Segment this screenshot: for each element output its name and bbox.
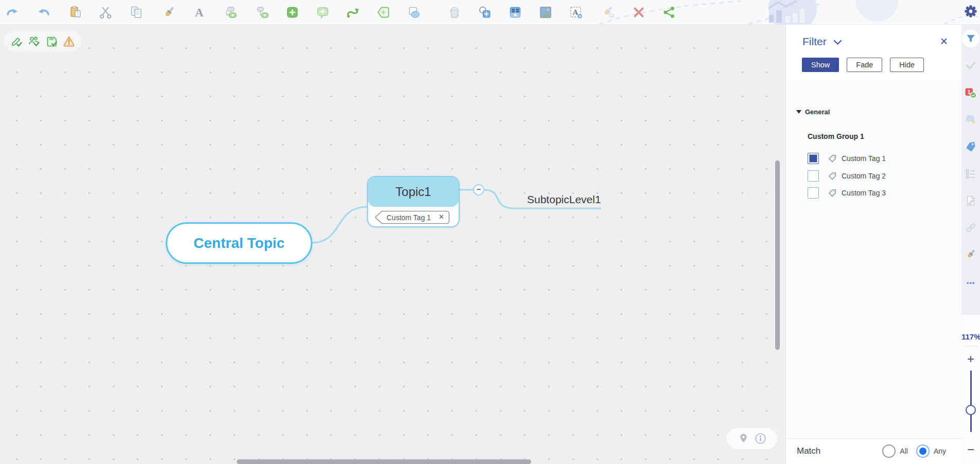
cut-icon[interactable]	[98, 5, 114, 20]
tag-label: Custom Tag 1	[842, 154, 886, 163]
note-edit-icon[interactable]	[965, 194, 977, 207]
add-summary-icon[interactable]	[406, 5, 422, 20]
tag-chip-label: Custom Tag 1	[387, 213, 431, 222]
redo-icon[interactable]	[36, 5, 51, 20]
info-icon[interactable]	[754, 432, 767, 445]
radio-any-label[interactable]: Any	[934, 447, 946, 455]
custom-group-title: Custom Group 1	[808, 132, 864, 140]
right-sidebar: 1 •••	[961, 25, 980, 315]
tag-label: Custom Tag 3	[842, 189, 886, 197]
checkbox-custom-tag-1[interactable]	[808, 153, 819, 164]
add-text-icon[interactable]: A	[568, 5, 584, 20]
canvas-corner-controls	[727, 428, 777, 449]
match-options: All Any	[882, 444, 950, 458]
fade-button[interactable]: Fade	[847, 58, 882, 72]
share-icon[interactable]	[661, 5, 677, 20]
divider	[964, 346, 977, 346]
vertical-scrollbar[interactable]	[775, 160, 780, 350]
mindmap-canvas[interactable]: Central Topic Topic1 Custom Tag 1 ✕ − Su…	[0, 25, 785, 464]
topic1-label[interactable]: Topic1	[368, 177, 459, 207]
add-image-icon[interactable]	[538, 5, 553, 20]
add-topic-icon[interactable]	[224, 5, 239, 20]
collapse-branch-button[interactable]: −	[473, 184, 484, 195]
zoom-slider-track[interactable]	[970, 370, 972, 432]
format-painter-icon[interactable]	[161, 5, 177, 20]
add-callout-icon[interactable]	[315, 5, 330, 20]
warning-icon[interactable]	[63, 35, 75, 47]
filter-panel-header	[786, 25, 961, 81]
tag-icon	[828, 189, 837, 198]
file-saved-icon	[45, 35, 58, 47]
add-topic-quick-icon[interactable]	[285, 5, 300, 20]
filter-panel-title[interactable]: Filter	[802, 35, 827, 48]
edit-saved-icon	[10, 35, 23, 47]
settings-gear-icon[interactable]	[964, 4, 978, 19]
radio-all-label[interactable]: All	[900, 447, 908, 455]
zoom-control: 117% + −	[961, 315, 980, 464]
comment-star-icon[interactable]	[965, 113, 977, 126]
add-matrix-icon[interactable]	[507, 5, 523, 20]
zoom-level: 117%	[961, 332, 980, 341]
svg-text:A: A	[573, 8, 579, 16]
copy-style-icon[interactable]	[601, 5, 616, 20]
fill-color-icon[interactable]	[447, 5, 462, 20]
location-pin-icon[interactable]	[737, 432, 750, 445]
task-complete-icon[interactable]	[965, 59, 977, 72]
zoom-in-button[interactable]: +	[961, 352, 980, 366]
subtopic-node[interactable]: SubtopicLevel1	[527, 193, 601, 206]
section-general-toggle[interactable]: General	[796, 108, 830, 116]
checkbox-custom-tag-2[interactable]	[808, 170, 819, 182]
match-label: Match	[797, 446, 820, 456]
checkbox-custom-tag-3[interactable]	[808, 187, 819, 199]
filter-panel: Filter ✕ Show Fade Hide General Custom G…	[785, 25, 961, 464]
topic1-tag-chip[interactable]: Custom Tag 1 ✕	[374, 210, 450, 224]
checklist-icon[interactable]	[965, 168, 977, 180]
add-boundary-icon[interactable]	[376, 5, 391, 20]
add-subtopic-icon[interactable]	[254, 5, 270, 20]
top-toolbar: A A	[0, 0, 980, 25]
tag-chip-remove-icon[interactable]: ✕	[439, 213, 444, 221]
filter-mode-buttons: Show Fade Hide	[802, 58, 924, 72]
more-icon[interactable]: •••	[961, 279, 980, 287]
tag-icon	[828, 154, 837, 163]
paste-icon[interactable]	[68, 5, 83, 20]
document-status-pill	[4, 30, 81, 51]
tag-sidebar-icon[interactable]	[965, 140, 977, 153]
horizontal-scrollbar[interactable]	[237, 459, 531, 464]
zoom-slider-knob[interactable]	[966, 405, 976, 415]
tag-label: Custom Tag 2	[842, 172, 886, 180]
add-shape-icon[interactable]	[477, 5, 493, 20]
notification-task-icon[interactable]: 1	[965, 86, 977, 99]
font-icon[interactable]: A	[191, 5, 207, 20]
tag-row-custom-tag-2[interactable]: Custom Tag 2	[808, 169, 941, 183]
show-button[interactable]: Show	[802, 58, 839, 72]
svg-text:A: A	[195, 6, 204, 19]
topic1-node[interactable]: Topic1 Custom Tag 1 ✕	[367, 176, 460, 227]
chevron-down-icon[interactable]	[833, 40, 842, 45]
mindmap-connection-lines	[0, 25, 785, 464]
triangle-down-icon	[796, 110, 801, 114]
delete-icon[interactable]	[631, 5, 646, 20]
hide-button[interactable]: Hide	[890, 58, 924, 72]
radio-all[interactable]	[882, 444, 896, 458]
close-icon[interactable]: ✕	[940, 35, 948, 47]
style-brush-icon[interactable]	[965, 248, 977, 261]
add-relationship-icon[interactable]	[345, 5, 361, 20]
link-icon[interactable]	[965, 222, 977, 234]
collaboration-synced-icon	[28, 35, 40, 47]
toolbar-doodle-decoration	[589, 0, 980, 25]
zoom-out-button[interactable]: −	[961, 442, 980, 457]
central-topic-node[interactable]: Central Topic	[166, 222, 312, 264]
match-footer: Match All Any	[786, 438, 961, 464]
copy-icon[interactable]	[129, 5, 144, 20]
tag-row-custom-tag-3[interactable]: Custom Tag 3	[808, 186, 941, 200]
section-general-label: General	[805, 108, 830, 116]
tag-row-custom-tag-1[interactable]: Custom Tag 1	[808, 152, 941, 165]
tag-icon	[828, 172, 837, 181]
undo-icon[interactable]	[5, 5, 21, 20]
radio-any[interactable]	[916, 444, 930, 458]
filter-icon[interactable]	[965, 32, 977, 45]
